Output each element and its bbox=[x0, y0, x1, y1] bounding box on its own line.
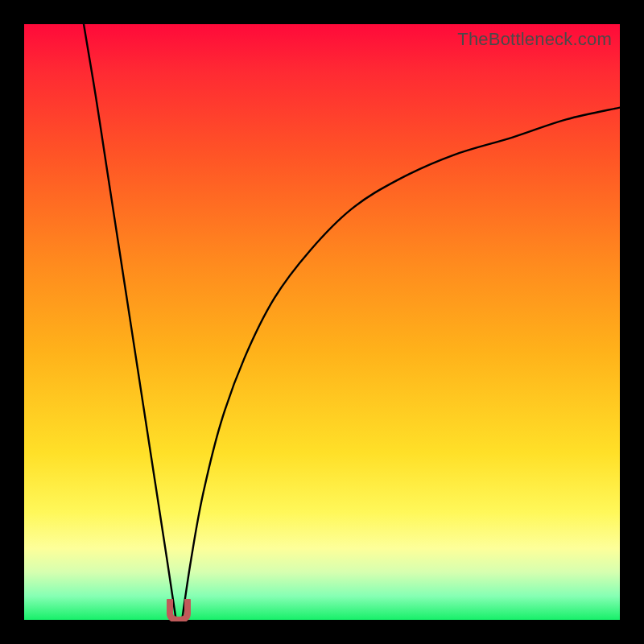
curve-left-branch bbox=[84, 24, 176, 620]
curve-right-branch bbox=[182, 108, 620, 620]
plot-area: TheBottleneck.com bbox=[24, 24, 620, 620]
curve-layer bbox=[24, 24, 620, 620]
